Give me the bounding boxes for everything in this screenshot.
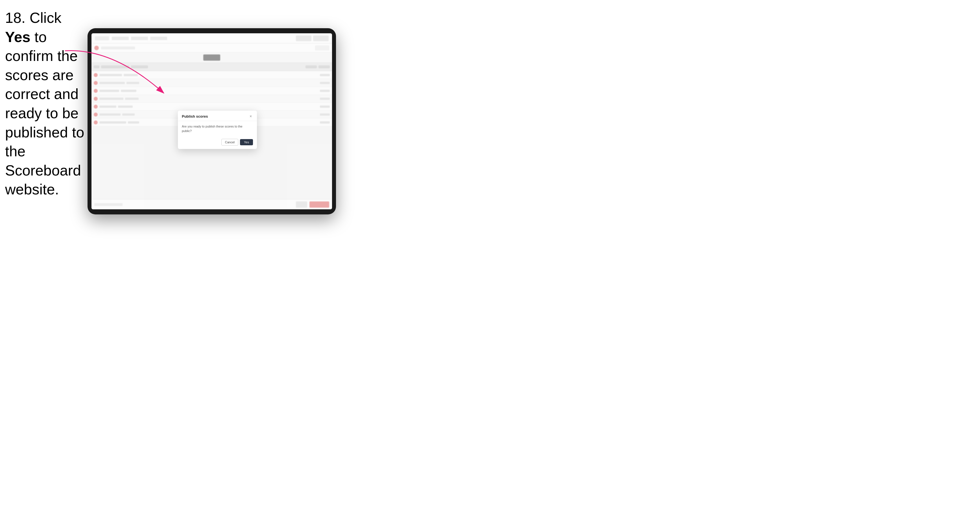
dialog-footer: Cancel Yes [178, 137, 257, 149]
tablet-screen: Publish scores × Are you ready to publis… [91, 33, 332, 210]
yes-button[interactable]: Yes [240, 139, 253, 145]
step-number: 18. [5, 10, 25, 26]
instruction-prefix: Click [25, 10, 61, 26]
instruction-bold: Yes [5, 29, 30, 45]
tablet-device: Publish scores × Are you ready to publis… [88, 28, 336, 214]
close-icon[interactable]: × [248, 114, 253, 119]
cancel-button[interactable]: Cancel [221, 139, 238, 146]
instruction-suffix: to confirm the scores are correct and re… [5, 29, 84, 198]
dialog-title: Publish scores [182, 114, 208, 119]
dialog-body: Are you ready to publish these scores to… [178, 121, 257, 137]
dialog-message: Are you ready to publish these scores to… [182, 124, 253, 133]
dialog-header: Publish scores × [178, 111, 257, 121]
publish-scores-dialog: Publish scores × Are you ready to publis… [178, 111, 257, 149]
instruction-text: 18. Click Yes to confirm the scores are … [5, 8, 87, 199]
modal-overlay: Publish scores × Are you ready to publis… [91, 33, 332, 210]
